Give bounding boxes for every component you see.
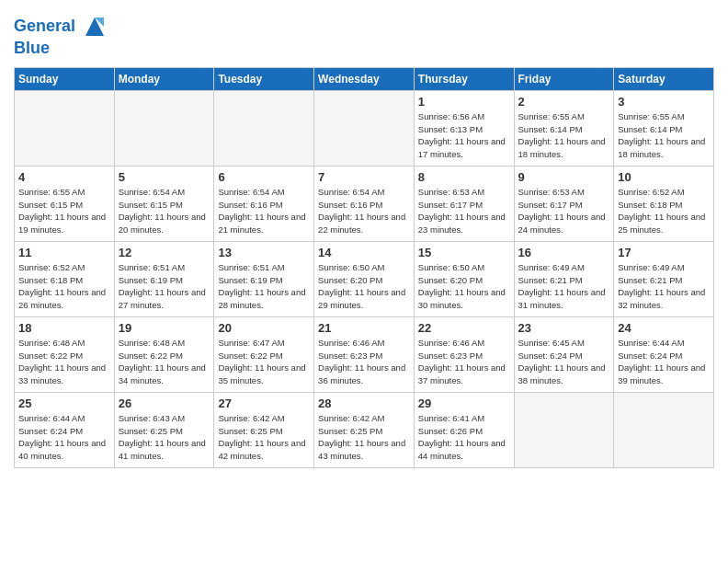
calendar-cell: 23Sunrise: 6:45 AM Sunset: 6:24 PM Dayli… [514,316,614,392]
day-info: Sunrise: 6:50 AM Sunset: 6:20 PM Dayligh… [418,261,510,312]
calendar-cell [514,392,614,467]
calendar-cell: 17Sunrise: 6:49 AM Sunset: 6:21 PM Dayli… [614,241,714,316]
calendar-cell: 12Sunrise: 6:51 AM Sunset: 6:19 PM Dayli… [114,241,214,316]
day-number: 15 [418,246,510,259]
calendar-cell: 25Sunrise: 6:44 AM Sunset: 6:24 PM Dayli… [15,392,115,467]
day-info: Sunrise: 6:54 AM Sunset: 6:15 PM Dayligh… [119,186,210,236]
calendar-cell: 8Sunrise: 6:53 AM Sunset: 6:17 PM Daylig… [414,166,514,241]
day-info: Sunrise: 6:44 AM Sunset: 6:24 PM Dayligh… [18,412,110,463]
weekday-header-thursday: Thursday [414,67,514,90]
day-info: Sunrise: 6:51 AM Sunset: 6:19 PM Dayligh… [119,261,210,312]
day-number: 21 [318,321,410,335]
day-info: Sunrise: 6:53 AM Sunset: 6:17 PM Dayligh… [418,186,510,236]
day-info: Sunrise: 6:56 AM Sunset: 6:13 PM Dayligh… [418,110,510,161]
calendar-cell: 19Sunrise: 6:48 AM Sunset: 6:22 PM Dayli… [114,316,214,392]
day-info: Sunrise: 6:50 AM Sunset: 6:20 PM Dayligh… [318,261,410,312]
day-info: Sunrise: 6:52 AM Sunset: 6:18 PM Dayligh… [618,186,710,236]
weekday-header-monday: Monday [114,67,214,90]
calendar-cell: 10Sunrise: 6:52 AM Sunset: 6:18 PM Dayli… [614,166,714,241]
calendar-cell: 6Sunrise: 6:54 AM Sunset: 6:16 PM Daylig… [214,166,314,241]
day-info: Sunrise: 6:49 AM Sunset: 6:21 PM Dayligh… [518,261,610,312]
logo-icon [82,14,108,40]
calendar-cell: 26Sunrise: 6:43 AM Sunset: 6:25 PM Dayli… [114,392,214,467]
day-info: Sunrise: 6:55 AM Sunset: 6:14 PM Dayligh… [518,110,610,161]
weekday-header-wednesday: Wednesday [314,67,415,90]
weekday-header-friday: Friday [514,67,614,90]
calendar-cell: 4Sunrise: 6:55 AM Sunset: 6:15 PM Daylig… [15,166,115,241]
day-number: 13 [218,246,310,259]
day-info: Sunrise: 6:42 AM Sunset: 6:25 PM Dayligh… [218,412,310,463]
day-number: 4 [18,170,110,184]
day-number: 16 [518,246,610,259]
calendar-cell: 21Sunrise: 6:46 AM Sunset: 6:23 PM Dayli… [314,316,415,392]
calendar-cell [614,392,714,467]
day-info: Sunrise: 6:41 AM Sunset: 6:26 PM Dayligh… [418,412,510,463]
day-number: 22 [418,321,510,335]
logo-general: General [14,17,75,35]
day-number: 24 [618,321,710,335]
day-number: 23 [518,321,610,335]
calendar-cell: 22Sunrise: 6:46 AM Sunset: 6:23 PM Dayli… [414,316,514,392]
day-info: Sunrise: 6:55 AM Sunset: 6:15 PM Dayligh… [18,186,110,236]
calendar-cell: 27Sunrise: 6:42 AM Sunset: 6:25 PM Dayli… [214,392,314,467]
calendar-cell: 29Sunrise: 6:41 AM Sunset: 6:26 PM Dayli… [414,392,514,467]
day-number: 2 [518,95,610,109]
day-number: 25 [18,396,110,410]
weekday-header-saturday: Saturday [614,67,714,90]
day-number: 1 [418,95,510,109]
calendar-week-2: 4Sunrise: 6:55 AM Sunset: 6:15 PM Daylig… [15,166,714,241]
header: General Blue [14,14,714,58]
weekday-header-tuesday: Tuesday [214,67,314,90]
day-info: Sunrise: 6:52 AM Sunset: 6:18 PM Dayligh… [18,261,110,312]
logo: General Blue [14,14,108,58]
calendar-cell: 7Sunrise: 6:54 AM Sunset: 6:16 PM Daylig… [314,166,415,241]
day-number: 19 [119,321,210,335]
day-info: Sunrise: 6:46 AM Sunset: 6:23 PM Dayligh… [418,337,510,387]
calendar-cell: 24Sunrise: 6:44 AM Sunset: 6:24 PM Dayli… [614,316,714,392]
day-number: 26 [119,396,210,410]
day-number: 11 [18,246,110,259]
calendar-cell: 11Sunrise: 6:52 AM Sunset: 6:18 PM Dayli… [15,241,115,316]
day-number: 14 [318,246,410,259]
calendar-cell [314,90,415,166]
day-info: Sunrise: 6:54 AM Sunset: 6:16 PM Dayligh… [218,186,310,236]
calendar-cell: 20Sunrise: 6:47 AM Sunset: 6:22 PM Dayli… [214,316,314,392]
day-number: 3 [618,95,710,109]
calendar-week-3: 11Sunrise: 6:52 AM Sunset: 6:18 PM Dayli… [15,241,714,316]
calendar-table: SundayMondayTuesdayWednesdayThursdayFrid… [14,67,714,468]
day-number: 6 [218,170,310,184]
day-number: 18 [18,321,110,335]
day-info: Sunrise: 6:43 AM Sunset: 6:25 PM Dayligh… [119,412,210,463]
day-info: Sunrise: 6:48 AM Sunset: 6:22 PM Dayligh… [18,337,110,387]
calendar-cell: 3Sunrise: 6:55 AM Sunset: 6:14 PM Daylig… [614,90,714,166]
day-info: Sunrise: 6:47 AM Sunset: 6:22 PM Dayligh… [218,337,310,387]
day-info: Sunrise: 6:54 AM Sunset: 6:16 PM Dayligh… [318,186,410,236]
day-info: Sunrise: 6:55 AM Sunset: 6:14 PM Dayligh… [618,110,710,161]
calendar-cell: 9Sunrise: 6:53 AM Sunset: 6:17 PM Daylig… [514,166,614,241]
day-number: 17 [618,246,710,259]
day-number: 8 [418,170,510,184]
calendar-week-5: 25Sunrise: 6:44 AM Sunset: 6:24 PM Dayli… [15,392,714,467]
day-info: Sunrise: 6:51 AM Sunset: 6:19 PM Dayligh… [218,261,310,312]
day-info: Sunrise: 6:49 AM Sunset: 6:21 PM Dayligh… [618,261,710,312]
day-info: Sunrise: 6:48 AM Sunset: 6:22 PM Dayligh… [119,337,210,387]
calendar-cell [114,90,214,166]
day-number: 27 [218,396,310,410]
day-number: 28 [318,396,410,410]
calendar-cell: 13Sunrise: 6:51 AM Sunset: 6:19 PM Dayli… [214,241,314,316]
calendar-cell: 2Sunrise: 6:55 AM Sunset: 6:14 PM Daylig… [514,90,614,166]
day-info: Sunrise: 6:46 AM Sunset: 6:23 PM Dayligh… [318,337,410,387]
calendar-header-row: SundayMondayTuesdayWednesdayThursdayFrid… [15,67,714,90]
day-info: Sunrise: 6:42 AM Sunset: 6:25 PM Dayligh… [318,412,410,463]
calendar-cell: 18Sunrise: 6:48 AM Sunset: 6:22 PM Dayli… [15,316,115,392]
day-number: 12 [119,246,210,259]
day-number: 10 [618,170,710,184]
day-number: 29 [418,396,510,410]
day-number: 20 [218,321,310,335]
calendar-week-4: 18Sunrise: 6:48 AM Sunset: 6:22 PM Dayli… [15,316,714,392]
day-info: Sunrise: 6:45 AM Sunset: 6:24 PM Dayligh… [518,337,610,387]
calendar-cell: 14Sunrise: 6:50 AM Sunset: 6:20 PM Dayli… [314,241,415,316]
calendar-week-1: 1Sunrise: 6:56 AM Sunset: 6:13 PM Daylig… [15,90,714,166]
day-info: Sunrise: 6:53 AM Sunset: 6:17 PM Dayligh… [518,186,610,236]
calendar-cell: 1Sunrise: 6:56 AM Sunset: 6:13 PM Daylig… [414,90,514,166]
